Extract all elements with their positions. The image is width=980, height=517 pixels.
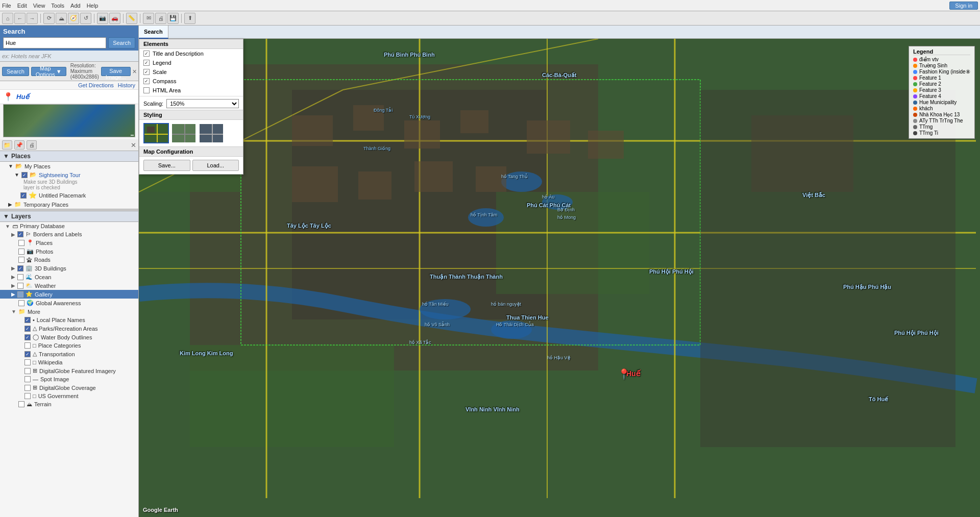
terrain-checkbox[interactable] (18, 401, 24, 407)
photos-checkbox[interactable] (18, 249, 24, 255)
sightseeing-tour-item[interactable]: ▼ ✓ 📂 Sightseeing Tour (0, 170, 138, 179)
toolbar-compass-btn[interactable]: 🧭 (68, 13, 79, 24)
option-compass[interactable]: Compass (139, 77, 243, 86)
borders-checkbox[interactable]: ✓ (17, 231, 23, 237)
primary-db-item[interactable]: ▼ 🗃 Primary Database (0, 222, 138, 230)
menu-help[interactable]: Help (87, 3, 99, 9)
gallery-layer-item[interactable]: ▶ ⭐ Gallery (0, 290, 138, 299)
menu-tools[interactable]: Tools (51, 3, 64, 9)
toolbar-home-btn[interactable]: ⌂ (2, 13, 13, 24)
untitled-placemark-item[interactable]: ✓ ⭐ Untitled Placemark (0, 190, 138, 200)
parks-checkbox[interactable]: ✓ (24, 326, 31, 332)
close-btn[interactable]: × (133, 67, 137, 76)
toolbar-reset-btn[interactable]: ↺ (80, 13, 91, 24)
roads-checkbox[interactable] (18, 257, 24, 263)
parks-item[interactable]: ✓ △ Parks/Recreation Areas (0, 324, 138, 333)
water-body-item[interactable]: ✓ ◯ Water Body Outlines (0, 333, 138, 341)
option-title-desc[interactable]: Title and Description (139, 49, 243, 58)
menu-file[interactable]: File (2, 3, 11, 9)
sign-in-button[interactable]: Sign in (949, 2, 978, 10)
save-image-btn[interactable]: Save Image... (101, 67, 131, 76)
tour-checkbox[interactable]: ✓ (21, 172, 28, 178)
toolbar-back-btn[interactable]: ← (14, 13, 26, 24)
toolbar-tilt-btn[interactable]: ⛰ (56, 13, 67, 24)
wikipedia-item[interactable]: □ Wikipedia (0, 358, 138, 366)
compass-checkbox[interactable] (143, 78, 150, 84)
ocean-layer-item[interactable]: ▶ 🌊 Ocean (0, 273, 138, 281)
digitalglobe-featured-item[interactable]: ⊞ DigitalGlobe Featured Imagery (0, 366, 138, 375)
result-name[interactable]: Huế (16, 93, 29, 101)
scale-checkbox[interactable] (143, 69, 150, 75)
toolbar-forward-btn[interactable]: → (27, 13, 38, 24)
us-government-item[interactable]: □ US Government (0, 392, 138, 400)
map-options-btn[interactable]: Map Options ▼ (31, 67, 66, 76)
us-gov-checkbox[interactable] (24, 393, 31, 399)
toolbar-save-btn[interactable]: 💾 (167, 13, 179, 24)
gallery-checkbox[interactable] (17, 291, 23, 298)
placemark-checkbox[interactable]: ✓ (20, 192, 27, 199)
dg-feat-checkbox[interactable] (24, 368, 31, 374)
map-area[interactable]: Search (139, 26, 980, 517)
title-desc-checkbox[interactable] (143, 51, 150, 57)
photos-layer-item[interactable]: 📷 Photos (0, 247, 138, 256)
place-cat-checkbox[interactable] (24, 342, 31, 349)
spot-image-item[interactable]: — Spot Image (0, 375, 138, 383)
search-button[interactable]: Search (108, 37, 135, 48)
option-legend[interactable]: Legend (139, 58, 243, 67)
toolbar-print-btn[interactable]: 🖨 (155, 13, 166, 24)
style-thumb-3[interactable] (199, 123, 224, 143)
legend-checkbox[interactable] (143, 60, 150, 66)
wiki-checkbox[interactable] (24, 359, 31, 365)
places-layer-item[interactable]: 📍 Places (0, 238, 138, 247)
panel-add-folder-btn[interactable]: 📁 (2, 140, 12, 150)
config-save-btn[interactable]: Save... (143, 160, 190, 171)
history-link[interactable]: History (118, 82, 135, 88)
temp-places-item[interactable]: ▶ 📁 Temporary Places (0, 200, 138, 209)
search-input[interactable] (3, 37, 106, 48)
sub-search-btn[interactable]: Search (2, 67, 29, 76)
global-awareness-item[interactable]: 🌍 Global Awareness (0, 299, 138, 307)
config-load-btn[interactable]: Load... (192, 160, 239, 171)
transportation-item[interactable]: ✓ △ Transportation (0, 350, 138, 358)
option-html-area[interactable]: HTML Area (139, 86, 243, 95)
water-checkbox[interactable]: ✓ (24, 334, 31, 340)
panel-close-btn[interactable]: ✕ (131, 141, 136, 149)
map-tab-search[interactable]: Search (139, 26, 168, 39)
search-result-item[interactable]: 📍 Huế (0, 90, 138, 104)
toolbar-drive-btn[interactable]: 🚗 (109, 13, 120, 24)
toolbar-ruler-btn[interactable]: 📏 (126, 13, 137, 24)
toolbar-upload-btn[interactable]: ⬆ (184, 13, 195, 24)
toolbar-email-btn[interactable]: ✉ (143, 13, 154, 24)
local-checkbox[interactable]: ✓ (24, 317, 31, 323)
scaling-select[interactable]: 50% 75% 100% 125% 150% 175% 200% (166, 99, 239, 108)
places-header[interactable]: ▼ Places (0, 151, 138, 162)
menu-edit[interactable]: Edit (17, 3, 27, 9)
terrain-item[interactable]: ⛰ Terrain (0, 400, 138, 408)
style-thumb-1[interactable] (143, 123, 169, 143)
tour-label[interactable]: Sightseeing Tour (39, 172, 81, 178)
result-map-thumbnail[interactable] (3, 104, 135, 137)
transport-checkbox[interactable]: ✓ (24, 351, 31, 357)
panel-add-placemark-btn[interactable]: 📌 (14, 140, 24, 150)
html-area-checkbox[interactable] (143, 87, 150, 93)
menu-view[interactable]: View (33, 3, 45, 9)
toolbar-orbit-btn[interactable]: ⟳ (43, 13, 55, 24)
3d-checkbox[interactable]: ✓ (17, 265, 23, 272)
option-scale[interactable]: Scale (139, 67, 243, 77)
local-place-names-item[interactable]: ✓ • Local Place Names (0, 316, 138, 324)
get-directions-link[interactable]: Get Directions (78, 82, 114, 88)
spot-checkbox[interactable] (24, 376, 31, 382)
place-categories-item[interactable]: □ Place Categories (0, 341, 138, 350)
roads-layer-item[interactable]: 🛣 Roads (0, 256, 138, 264)
borders-labels-item[interactable]: ▶ ✓ 🏳 Borders and Labels (0, 230, 138, 238)
dg-cov-checkbox[interactable] (24, 385, 31, 391)
digitalglobe-coverage-item[interactable]: ⊞ DigitalGlobe Coverage (0, 383, 138, 392)
ocean-checkbox[interactable] (17, 274, 23, 280)
toolbar-photo-btn[interactable]: 📷 (97, 13, 108, 24)
places-layer-checkbox[interactable] (18, 240, 24, 246)
weather-layer-item[interactable]: ▶ ⛅ Weather (0, 281, 138, 290)
more-folder-item[interactable]: ▼ 📁 More (0, 307, 138, 316)
menu-add[interactable]: Add (70, 3, 81, 9)
3d-buildings-item[interactable]: ▶ ✓ 🏢 3D Buildings (0, 264, 138, 273)
style-thumb-2[interactable] (171, 123, 197, 143)
